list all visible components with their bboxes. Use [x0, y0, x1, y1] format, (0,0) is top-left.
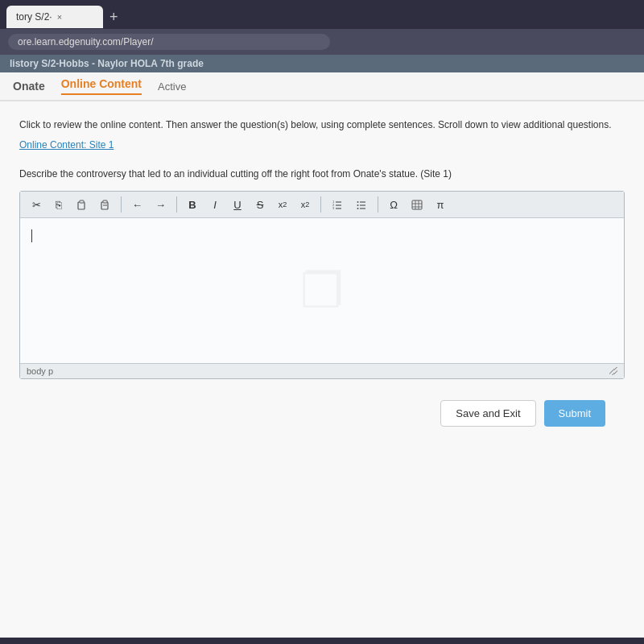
editor-container: ✂ ⎘ ← → — [19, 191, 625, 379]
toolbar-redo-button[interactable]: → — [151, 195, 171, 214]
toolbar-copy-button[interactable]: ⎘ — [49, 195, 68, 214]
svg-point-14 — [357, 201, 359, 203]
toolbar-underline-button[interactable]: U — [228, 195, 247, 214]
toolbar-unordered-list-button[interactable] — [351, 195, 372, 214]
svg-point-16 — [357, 208, 359, 209]
toolbar-undo-button[interactable]: ← — [127, 195, 147, 214]
nav-online-content[interactable]: Online Content — [61, 77, 142, 95]
toolbar-separator-2 — [176, 196, 177, 213]
submit-button[interactable]: Submit — [544, 400, 605, 427]
address-input[interactable] — [8, 34, 330, 50]
editor-statusbar: body p — [20, 363, 624, 378]
toolbar-table-button[interactable] — [407, 195, 427, 214]
svg-text:3: 3 — [332, 206, 335, 210]
toolbar-separator-4 — [378, 196, 378, 213]
address-bar — [0, 29, 644, 55]
main-content: Click to review the online content. Then… — [0, 101, 644, 638]
toolbar-italic-button[interactable]: I — [205, 195, 225, 214]
editor-resize-handle[interactable] — [609, 367, 617, 375]
instruction-text: Click to review the online content. Then… — [19, 118, 625, 132]
browser-chrome: tory S/2· × + — [0, 0, 644, 55]
footer-actions: Save and Exit Submit — [19, 392, 625, 435]
svg-point-15 — [357, 204, 359, 206]
toolbar-subscript-button[interactable]: x2 — [273, 195, 292, 214]
toolbar-strikethrough-button[interactable]: S — [250, 195, 270, 214]
toolbar-paste-plain-button[interactable] — [95, 195, 115, 214]
toolbar-separator-1 — [121, 196, 122, 213]
page-header: listory S/2-Hobbs - Naylor HOLA 7th grad… — [0, 55, 644, 72]
browser-tab[interactable]: tory S/2· × — [6, 6, 103, 28]
question-text: Describe the controversy that led to an … — [19, 167, 625, 181]
editor-body[interactable]: ❐ — [20, 218, 624, 363]
toolbar-paste-button[interactable] — [72, 195, 92, 214]
toolbar-ordered-list-button[interactable]: 1 2 3 — [327, 195, 348, 214]
screen-wrapper: tory S/2· × + listory S/2-Hobbs - Naylor… — [0, 0, 644, 644]
new-tab-button[interactable]: + — [103, 10, 125, 24]
svg-rect-3 — [103, 200, 107, 203]
toolbar-separator-3 — [320, 196, 321, 213]
nav-onate: Onate — [13, 80, 45, 93]
svg-rect-1 — [80, 200, 84, 203]
tab-label: tory S/2· — [16, 11, 52, 23]
page-nav: Onate Online Content Active — [0, 72, 644, 101]
editor-status-text: body p — [27, 366, 53, 376]
toolbar-cut-button[interactable]: ✂ — [27, 195, 46, 214]
toolbar-superscript-button[interactable]: x2 — [295, 195, 315, 214]
tab-bar: tory S/2· × + — [0, 0, 644, 29]
toolbar-special-char-button[interactable]: Ω — [384, 195, 403, 214]
editor-toolbar: ✂ ⎘ ← → — [20, 192, 624, 218]
save-exit-button[interactable]: Save and Exit — [440, 400, 535, 427]
page-title: listory S/2-Hobbs - Naylor HOLA 7th grad… — [10, 58, 204, 69]
toolbar-pi-button[interactable]: π — [431, 195, 450, 214]
nav-active-label: Active — [158, 80, 186, 93]
svg-rect-17 — [412, 200, 422, 209]
editor-watermark: ❐ — [300, 262, 344, 319]
text-cursor — [31, 229, 32, 242]
tab-close-button[interactable]: × — [57, 12, 62, 22]
toolbar-bold-button[interactable]: B — [183, 195, 202, 214]
content-link[interactable]: Online Content: Site 1 — [19, 139, 114, 151]
